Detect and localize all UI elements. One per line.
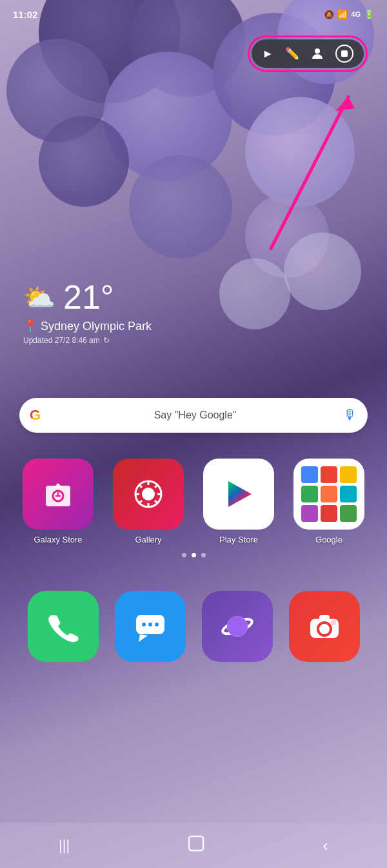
weather-city: Sydney Olympic Park: [41, 320, 152, 333]
stop-button[interactable]: [335, 45, 353, 63]
volume-icon: 🔕: [324, 10, 334, 19]
weather-temperature: 21°: [63, 278, 114, 316]
expand-button[interactable]: ►: [262, 47, 273, 61]
signal-icon: 4G: [351, 10, 361, 18]
app-grid: Galaxy Store Gallery: [0, 459, 387, 544]
dock-item-internet[interactable]: [202, 591, 273, 662]
location-pin-icon: 📍: [23, 319, 37, 333]
galaxy-store-icon[interactable]: [23, 459, 94, 530]
toolbar-outline: ► ✏️: [248, 36, 368, 72]
google-grid-9: [340, 505, 357, 522]
nav-back-button[interactable]: ‹: [310, 829, 341, 862]
svg-marker-17: [228, 481, 252, 507]
google-grid-2: [321, 466, 337, 483]
play-store-icon[interactable]: [203, 459, 274, 530]
svg-point-29: [321, 625, 328, 633]
weather-location[interactable]: 📍 Sydney Olympic Park: [23, 319, 152, 333]
search-bar-inner[interactable]: G Say "Hey Google" 🎙: [19, 398, 368, 433]
stop-square: [341, 50, 348, 57]
svg-line-14: [155, 501, 157, 503]
svg-line-15: [155, 485, 157, 488]
status-icons: 🔕 📶 4G 🔋: [324, 10, 374, 19]
nav-home-button[interactable]: [174, 828, 218, 863]
toolbar: ► ✏️: [252, 39, 364, 68]
app-item-google[interactable]: Google: [293, 459, 364, 544]
svg-rect-27: [319, 615, 330, 621]
page-dot-2[interactable]: [192, 553, 196, 557]
svg-marker-19: [139, 634, 148, 642]
page-dots: [0, 553, 387, 557]
refresh-icon[interactable]: ↻: [103, 336, 110, 345]
gallery-label: Gallery: [135, 535, 161, 544]
svg-rect-31: [189, 836, 203, 851]
page-dot-1[interactable]: [182, 553, 186, 557]
dock-item-phone[interactable]: [28, 591, 99, 662]
phone-icon[interactable]: [28, 591, 99, 662]
google-grid-4: [301, 486, 318, 502]
weather-updated: Updated 27/2 8:46 am ↻: [23, 336, 152, 345]
svg-point-30: [331, 620, 336, 625]
toolbar-highlight: ► ✏️: [248, 36, 368, 72]
svg-point-0: [315, 48, 320, 54]
play-store-label: Play Store: [219, 535, 258, 544]
google-grid-5: [321, 486, 337, 502]
camera-icon[interactable]: [289, 591, 360, 662]
nav-recent-button[interactable]: |||: [46, 831, 83, 860]
svg-point-21: [148, 623, 152, 626]
svg-point-22: [155, 623, 159, 626]
status-time: 11:02: [13, 9, 37, 20]
search-bar[interactable]: G Say "Hey Google" 🎙: [19, 398, 368, 433]
google-grid-3: [340, 466, 357, 483]
search-placeholder: Say "Hey Google": [47, 409, 343, 421]
weather-updated-text: Updated 27/2 8:46 am: [23, 336, 100, 345]
svg-point-20: [142, 623, 146, 626]
app-item-play-store[interactable]: Play Store: [203, 459, 274, 544]
google-logo: G: [30, 407, 41, 424]
galaxy-store-label: Galaxy Store: [34, 535, 82, 544]
weather-temp-row: ⛅ 21°: [23, 278, 152, 316]
battery-icon: 🔋: [364, 10, 374, 19]
svg-line-16: [139, 501, 142, 503]
svg-point-8: [142, 488, 155, 501]
page-dot-3[interactable]: [201, 553, 206, 557]
google-grid-7: [301, 505, 318, 522]
dock-item-camera[interactable]: [289, 591, 360, 662]
google-grid-6: [340, 486, 357, 502]
google-grid-8: [321, 505, 337, 522]
status-bar: 11:02 🔕 📶 4G 🔋: [0, 0, 387, 28]
wifi-icon: 📶: [337, 10, 348, 19]
app-item-gallery[interactable]: Gallery: [113, 459, 184, 544]
svg-line-13: [139, 485, 142, 488]
edit-button[interactable]: ✏️: [285, 46, 299, 61]
weather-widget: ⛅ 21° 📍 Sydney Olympic Park Updated 27/2…: [23, 278, 152, 345]
microphone-icon[interactable]: 🎙: [343, 407, 357, 424]
google-label: Google: [315, 535, 342, 544]
app-item-galaxy-store[interactable]: Galaxy Store: [23, 459, 94, 544]
weather-cloud-icon: ⛅: [23, 282, 55, 313]
bottom-dock: [0, 578, 387, 675]
contact-button[interactable]: [311, 47, 324, 60]
dock-item-messages[interactable]: [115, 591, 186, 662]
svg-point-25: [227, 616, 248, 637]
google-grid-1: [301, 466, 318, 483]
messages-icon[interactable]: [115, 591, 186, 662]
nav-bar: ||| ‹: [0, 823, 387, 868]
google-app-icon[interactable]: [293, 459, 364, 530]
internet-icon[interactable]: [202, 591, 273, 662]
gallery-icon[interactable]: [113, 459, 184, 530]
